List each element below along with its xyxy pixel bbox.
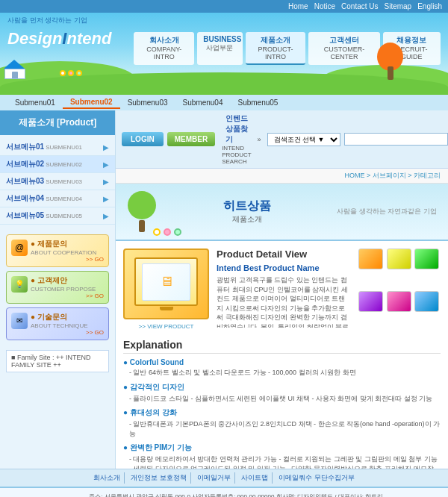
- breadcrumb-sep2: >: [408, 172, 414, 179]
- footer-navigation: 회사소개 개인정보 보호정책 이메일거부 사이트맵 이메일쿼수 무단수집거부: [0, 469, 448, 487]
- thumb-orange[interactable]: [358, 248, 383, 269]
- thumb-green[interactable]: [414, 248, 439, 269]
- explanation-title: Explanation: [123, 339, 441, 354]
- product-image-area: 🖥 >> VIEW PRODUCT: [123, 248, 209, 331]
- product-header: 히트상품 제품소개 사람을 생각하는 자연과같은 기업: [116, 184, 448, 241]
- product-tagline: 사람을 생각하는 자연과같은 기업: [337, 207, 437, 216]
- product-info: Product Detail View Intend Best Product …: [217, 248, 351, 331]
- footer-nav-privacy[interactable]: 개인정보 보호정책: [127, 472, 191, 484]
- sidebar-box-product-inquiry[interactable]: @ ● 제품문의 ABOUT COOPERATION >> GO: [6, 234, 109, 267]
- subnav-04[interactable]: Submenu04: [175, 97, 231, 108]
- exp-desc-2: - 플라이드코 스타일 - 심플하면서도 세련된 에이플랫 UI 채택 - 사용…: [123, 394, 441, 404]
- product-header-text: 히트상품 제품소개: [164, 199, 329, 225]
- house-icon: [4, 60, 26, 78]
- thumb-blue[interactable]: [414, 291, 439, 312]
- main-content: LOGIN MEMBER 인텐드 상품찾기 INTEND PRODUCT SEA…: [116, 110, 448, 469]
- thumb-yellow[interactable]: [387, 248, 411, 269]
- sidebar: 제품소개 [Product] 서브메뉴01 SUBMENU01 ▶ 서브메뉴02…: [0, 110, 116, 469]
- sidebar-item-2[interactable]: 서브메뉴02 SUBMENU02 ▶: [0, 156, 115, 173]
- sidebar-title: 제품소개 [Product]: [0, 110, 115, 135]
- exp-item-3: 휴대성의 강화 - 일반휴대폰과 기본PDA폰의 중간사이즈인 2.8인치LCD…: [123, 407, 441, 438]
- top-navigation: Home Notice Contact Us Sitemap English: [0, 0, 448, 13]
- arrow-icon-2: ▶: [103, 160, 109, 169]
- footer-nav-email-no-collect[interactable]: 이메일쿼수 무단수집거부: [275, 472, 358, 484]
- breadcrumb: HOME > 서브페이지 > 카테고리: [116, 169, 448, 184]
- nav-sitemap[interactable]: Sitemap: [385, 2, 412, 10]
- product-detail-title: Product Detail View: [217, 248, 351, 260]
- search-input[interactable]: [344, 133, 448, 146]
- exp-item-1: Colorful Sound - 일반 64하트 벨소리 및 벨소리 다운로드 …: [123, 358, 441, 378]
- product-title: 히트상품: [164, 199, 329, 214]
- logo: DesignIntend: [7, 29, 111, 49]
- sidebar-boxes: @ ● 제품문의 ABOUT COOPERATION >> GO 💡 ● 고객제…: [0, 228, 115, 346]
- product-subtitle: 제품소개: [164, 214, 329, 225]
- view-product-link[interactable]: >> VIEW PRODUCT: [139, 323, 194, 330]
- subnav-02[interactable]: Submenu02: [63, 96, 120, 109]
- sidebar-item-4[interactable]: 서브메뉴04 SUBMENU04 ▶: [0, 190, 115, 207]
- arrow-icon-4: ▶: [103, 195, 109, 203]
- sub-navigation: Submenu01 Submenu02 Submenu03 Submenu04 …: [0, 95, 448, 110]
- nav-contactus[interactable]: Contact Us: [341, 2, 378, 10]
- sidebar-item-1[interactable]: 서브메뉴01 SUBMENU01 ▶: [0, 139, 115, 156]
- search-separator: »: [258, 136, 261, 143]
- nav-notice[interactable]: Notice: [314, 2, 335, 10]
- footer-address: 주소: 서울특별시 관악구 신림동 000-0 사업자등록번호: 000-00-…: [89, 493, 418, 497]
- search-bar: LOGIN MEMBER 인텐드 상품찾기 INTEND PRODUCT SEA…: [116, 110, 448, 169]
- exp-title-3: 휴대성의 강화: [123, 407, 441, 418]
- product-main-image: 🖥: [123, 248, 209, 319]
- breadcrumb-home[interactable]: HOME: [344, 172, 364, 179]
- product-description: 광범위 고객욕구를 드립수 있는 인텐드는 컴퓨터 최대의 CPU인 인텔코어를…: [217, 275, 351, 328]
- nav-home[interactable]: Home: [288, 2, 308, 10]
- breadcrumb-current: 카테고리: [414, 172, 441, 179]
- arrow-icon-3: ▶: [103, 178, 109, 186]
- footer-nav-email-refuse[interactable]: 이메일거부: [193, 472, 235, 484]
- subnav-05[interactable]: Submenu05: [231, 97, 286, 108]
- hero-landscape: [0, 54, 448, 95]
- sidebar-item-5[interactable]: 서브메뉴05 SUBMENU05 ▶: [0, 207, 115, 225]
- thumb-pink[interactable]: [387, 291, 411, 312]
- login-button[interactable]: LOGIN: [122, 132, 164, 146]
- header-flower-decoration: [153, 228, 181, 236]
- member-button[interactable]: MEMBER: [167, 132, 215, 146]
- footer-nav-company[interactable]: 회사소개: [90, 472, 125, 484]
- exp-item-4: 완벽한 PIM기 기능 - 대용량 메모리하여서 방대한 연력쳐 관리가 가능 …: [123, 443, 441, 469]
- exp-desc-4: - 대용량 메모리하여서 방대한 연력쳐 관리가 가능 - 컬러로 지원되는 그…: [123, 454, 441, 469]
- nav-english[interactable]: English: [417, 2, 442, 10]
- footer: DesignIntend 주소: 서울특별시 관악구 신림동 000-0 사업자…: [0, 487, 448, 497]
- sidebar-item-3[interactable]: 서브메뉴03 SUBMENU03 ▶: [0, 173, 115, 190]
- product-tree-decoration: [127, 191, 157, 232]
- sidebar-menu: 서브메뉴01 SUBMENU01 ▶ 서브메뉴02 SUBMENU02 ▶ 서브…: [0, 135, 115, 228]
- search-sub: INTEND PRODUCT SEARCH: [222, 145, 251, 165]
- exp-title-2: 감각적인 디자인: [123, 382, 441, 393]
- monitor-screen: 🖥: [134, 257, 198, 306]
- exp-item-2: 감각적인 디자인 - 플라이드코 스타일 - 심플하면서도 세련된 에이플랫 U…: [123, 382, 441, 404]
- exp-title-4: 완벽한 PIM기 기능: [123, 443, 441, 453]
- header-tagline: 사람을 먼저 생각하는 기업: [7, 16, 87, 25]
- explanation-section: Explanation Colorful Sound - 일반 64하트 벨소리…: [116, 339, 448, 469]
- arrow-icon-1: ▶: [103, 143, 109, 151]
- product-detail-section: 🖥 >> VIEW PRODUCT Product Detail View In…: [116, 241, 448, 339]
- search-title: 인텐드 상품찾기: [225, 113, 251, 145]
- sidebar-box-customer-propose[interactable]: 💡 ● 고객제안 CUSTOMER PROPOSE >> GO: [6, 271, 109, 304]
- product-name: Intend Best Product Name: [217, 263, 351, 272]
- exp-desc-3: - 일반휴대폰과 기본PDA폰의 중간사이즈인 2.8인치LCD 채택 - 한손…: [123, 419, 441, 438]
- subnav-03[interactable]: Submenu03: [120, 97, 175, 108]
- subnav-01[interactable]: Submenu01: [7, 97, 63, 108]
- exp-title-1: Colorful Sound: [123, 358, 441, 366]
- search-condition-select[interactable]: 검색조건 선택 ▼: [267, 133, 340, 146]
- breadcrumb-service[interactable]: 서브페이지: [373, 172, 406, 179]
- arrow-icon-5: ▶: [103, 212, 109, 220]
- exp-desc-1: - 일반 64하트 벨소리 및 벨소리 다운로드 가능 - 100,000 컬러…: [123, 368, 441, 378]
- content-area: 제품소개 [Product] 서브메뉴01 SUBMENU01 ▶ 서브메뉴02…: [0, 110, 448, 469]
- sidebar-box-tech-inquiry[interactable]: ✉ ● 기술문의 ABOUT TECHNIQUE >> GO: [6, 307, 109, 340]
- product-thumbnails: [358, 248, 441, 331]
- footer-nav-sitemap[interactable]: 사이트맵: [237, 472, 273, 484]
- breadcrumb-sep1: >: [367, 172, 373, 179]
- header: 사람을 먼저 생각하는 기업 DesignIntend 회사소개 COMPANY…: [0, 13, 448, 95]
- family-site[interactable]: ■ Family Site : ++ INTEND FAMILY SITE ++: [6, 350, 109, 372]
- monitor-stand: [160, 307, 173, 310]
- thumb-purple[interactable]: [358, 291, 383, 312]
